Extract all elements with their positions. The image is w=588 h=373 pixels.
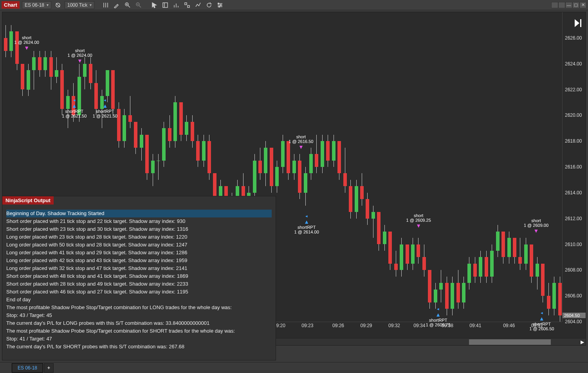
output-line[interactable]: Beginning of Day. Shadow Tracking Starte… xyxy=(6,210,272,217)
y-tick: 2618.00 xyxy=(565,138,582,144)
tab-strip: ES 06-18 + xyxy=(0,362,588,373)
window-close-button[interactable]: ✕ xyxy=(579,2,586,8)
x-tick: 09:34 xyxy=(413,323,425,328)
y-tick: 2614.00 xyxy=(565,190,582,196)
x-tick: 09:41 xyxy=(469,323,481,328)
svg-point-23 xyxy=(220,4,222,5)
x-tick: 09:46 xyxy=(503,323,515,328)
short-exit-marker: ◂▲shortRPT1 @ 2614.00 xyxy=(291,214,322,234)
output-line[interactable]: Long order placed with 41 tick stop and … xyxy=(6,249,272,257)
pointer-icon[interactable] xyxy=(150,1,159,9)
x-tick: 09:23 xyxy=(301,323,313,328)
databox-icon[interactable] xyxy=(161,1,170,9)
scrollbar-thumb[interactable] xyxy=(469,339,551,345)
chevron-down-icon: ▾ xyxy=(90,3,92,7)
properties-icon[interactable] xyxy=(216,1,224,9)
output-line[interactable]: Short order placed with 23 tick stop and… xyxy=(6,225,272,233)
y-tick: 2608.00 xyxy=(565,267,582,273)
chart-y-axis[interactable]: 2604.002606.002608.002610.002612.002614.… xyxy=(562,12,586,322)
svg-rect-12 xyxy=(163,3,168,7)
refresh-icon[interactable] xyxy=(205,1,213,9)
y-tick: 2624.00 xyxy=(565,61,582,67)
y-tick: 2616.00 xyxy=(565,164,582,170)
window-minimize-button[interactable]: — xyxy=(565,2,572,8)
zoom-out-icon[interactable] xyxy=(134,1,143,9)
instrument-select[interactable]: ES 06-18 ▾ xyxy=(22,1,51,9)
window-blank2-button[interactable] xyxy=(558,2,565,8)
goto-last-bar-icon[interactable] xyxy=(574,18,583,30)
x-tick: 09:29 xyxy=(360,323,372,328)
output-title: NinjaScript Output xyxy=(2,196,54,205)
x-tick: 09:38 xyxy=(442,323,453,328)
tab-instrument[interactable]: ES 06-18 xyxy=(12,363,43,373)
trendline-icon[interactable] xyxy=(194,1,202,9)
chart-title-tag: Chart xyxy=(2,1,20,9)
y-tick: 2620.00 xyxy=(565,112,582,118)
output-line[interactable]: Stop: 41 / Target: 47 xyxy=(6,335,272,343)
short-entry-marker: short1 @ 2609.25▼ xyxy=(403,213,434,229)
indicators-icon[interactable] xyxy=(101,1,110,9)
output-text-lines[interactable]: Beginning of Day. Shadow Tracking Starte… xyxy=(6,210,272,351)
svg-line-6 xyxy=(128,5,130,7)
y-tick: 2610.00 xyxy=(565,242,582,247)
scroll-right-icon[interactable]: ▶ xyxy=(579,339,585,345)
draw-icon[interactable] xyxy=(112,1,121,9)
y-tick: 2612.00 xyxy=(565,216,582,221)
output-line[interactable]: Short order placed with 28 tick stop and… xyxy=(6,280,272,288)
output-line[interactable]: Long order placed with 32 tick stop and … xyxy=(6,264,272,272)
output-line[interactable]: The current day's P/L for LONG probes wi… xyxy=(6,319,272,327)
interval-value: 1000 Tick xyxy=(67,2,87,8)
y-tick: 2622.00 xyxy=(565,87,582,92)
last-price-marker: 2604.50 xyxy=(563,313,586,318)
zoom-in-icon[interactable] xyxy=(123,1,132,9)
svg-line-10 xyxy=(139,5,141,7)
link-icon[interactable] xyxy=(54,1,62,9)
output-line[interactable]: The most profitable Shadow Probe Stop/Ta… xyxy=(6,327,272,335)
x-tick: 09:51 xyxy=(531,323,543,328)
instrument-value: ES 06-18 xyxy=(25,2,44,8)
output-line[interactable]: The most profitable Shadow Probe Stop/Ta… xyxy=(6,304,272,311)
y-tick: 2606.00 xyxy=(565,293,582,299)
x-tick: 09:32 xyxy=(388,323,400,328)
svg-point-24 xyxy=(219,6,220,7)
output-line[interactable]: End of day xyxy=(6,296,272,304)
output-line[interactable]: Stop: 43 / Target: 45 xyxy=(6,311,272,319)
interval-select[interactable]: 1000 Tick ▾ xyxy=(65,1,94,9)
output-line[interactable]: The current day's P/L for SHORT probes w… xyxy=(6,343,272,351)
bars-icon[interactable] xyxy=(172,1,180,9)
svg-rect-25 xyxy=(580,19,581,27)
output-line[interactable]: Long order placed with 42 tick stop and … xyxy=(6,257,272,264)
y-tick: 2626.00 xyxy=(565,35,582,41)
svg-rect-17 xyxy=(185,3,187,5)
x-tick: 09:26 xyxy=(332,323,344,328)
window-blank1-button[interactable] xyxy=(551,2,558,8)
chevron-down-icon: ▾ xyxy=(47,3,49,7)
output-line[interactable]: Short order placed with 48 tick stop and… xyxy=(6,272,272,280)
y-tick: 2604.00 xyxy=(565,319,582,324)
tab-add-button[interactable]: + xyxy=(44,363,54,373)
ninjascript-output-panel: NinjaScript Output Beginning of Day. Sha… xyxy=(2,196,276,360)
output-line[interactable]: Short order placed with 46 tick stop and… xyxy=(6,288,272,296)
toolbar-top: Chart ES 06-18 ▾ 1000 Tick ▾ — ▢ ✕ xyxy=(0,0,588,10)
svg-point-22 xyxy=(218,3,219,4)
output-line[interactable]: Long order placed with 50 tick stop and … xyxy=(6,241,272,249)
chart-style-icon[interactable] xyxy=(183,1,191,9)
output-line[interactable]: Long order placed with 23 tick stop and … xyxy=(6,233,272,241)
short-entry-marker: short1 @ 2624.00▼ xyxy=(64,48,96,64)
window-maximize-button[interactable]: ▢ xyxy=(572,2,579,8)
short-entry-marker: short1 @ 2609.00▼ xyxy=(521,218,552,234)
output-line[interactable]: Short order placed with 21 tick stop and… xyxy=(6,217,272,225)
svg-rect-18 xyxy=(188,5,189,7)
